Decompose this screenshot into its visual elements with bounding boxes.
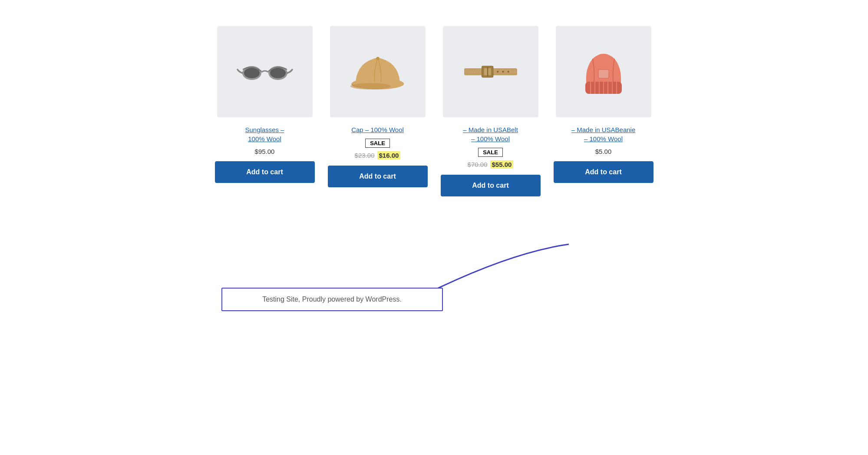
annotation-section: Testing Site, Proudly powered by WordPre… — [161, 240, 708, 327]
add-to-cart-cap[interactable]: Add to cart — [328, 166, 428, 187]
product-image-beanie — [556, 26, 651, 117]
svg-point-13 — [507, 71, 509, 73]
price-old-belt: $70.00 — [468, 161, 488, 168]
product-image-cap — [330, 26, 426, 117]
price-new-belt: $55.00 — [490, 160, 514, 169]
svg-point-12 — [502, 71, 504, 73]
price-old-cap: $23.00 — [355, 152, 375, 159]
sale-badge-cap: SALE — [365, 139, 390, 148]
product-card-cap: Cap – 100% Wool SALE $23.00 $16.00 Add t… — [328, 26, 428, 196]
price-group-belt: $70.00 $55.00 — [468, 160, 514, 169]
product-card-beanie: – Made in USABeanie– 100% Wool $5.00 Add… — [554, 26, 653, 196]
product-title-sunglasses[interactable]: Sunglasses –100% Wool — [245, 125, 284, 143]
sale-badge-belt: SALE — [478, 148, 503, 157]
price-group-cap: $23.00 $16.00 — [355, 151, 401, 159]
svg-point-6 — [350, 83, 390, 90]
product-title-belt[interactable]: – Made in USABelt– 100% Wool — [463, 125, 518, 143]
product-card-belt: – Made in USABelt– 100% Wool SALE $70.00… — [441, 26, 541, 196]
footer-powered-by: Testing Site, Proudly powered by WordPre… — [221, 288, 443, 311]
add-to-cart-belt[interactable]: Add to cart — [441, 175, 541, 196]
add-to-cart-beanie[interactable]: Add to cart — [554, 161, 653, 183]
price-new-cap: $16.00 — [377, 151, 401, 159]
add-to-cart-sunglasses[interactable]: Add to cart — [215, 161, 315, 183]
svg-rect-10 — [487, 67, 488, 77]
product-title-beanie[interactable]: – Made in USABeanie– 100% Wool — [571, 125, 636, 143]
product-image-sunglasses — [217, 26, 313, 117]
product-image-belt — [443, 26, 538, 117]
svg-point-5 — [376, 57, 379, 60]
page-wrapper: Sunglasses –100% Wool $95.00 Add to cart — [152, 0, 716, 362]
svg-point-11 — [497, 71, 498, 73]
product-card-sunglasses: Sunglasses –100% Wool $95.00 Add to cart — [215, 26, 315, 196]
footer-text: Testing Site, Proudly powered by WordPre… — [262, 296, 402, 303]
products-grid: Sunglasses –100% Wool $95.00 Add to cart — [161, 17, 708, 223]
product-title-cap[interactable]: Cap – 100% Wool — [351, 125, 404, 134]
svg-rect-22 — [598, 70, 609, 78]
product-price-beanie: $5.00 — [595, 148, 612, 155]
product-price-sunglasses: $95.00 — [255, 148, 275, 155]
